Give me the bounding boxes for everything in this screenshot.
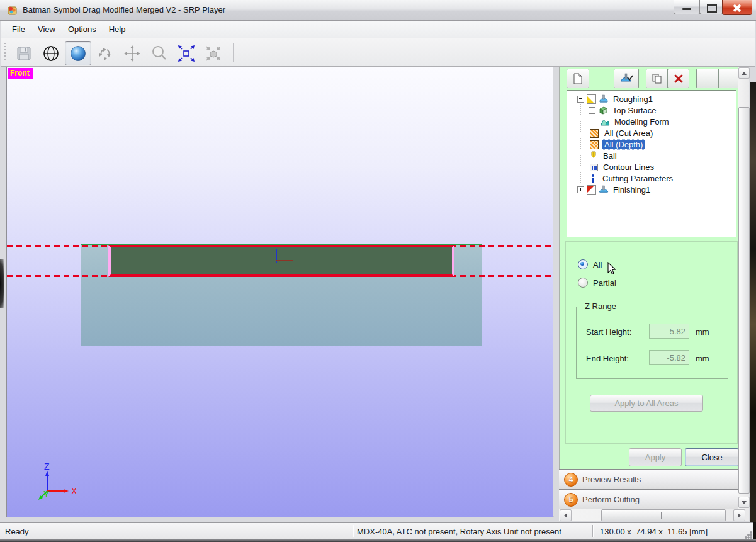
fit-to-screen-button[interactable] (173, 41, 200, 65)
tree-item-label[interactable]: Roughing1 (611, 94, 655, 104)
tree-item-cutting-parameters[interactable]: Cutting Parameters (589, 172, 675, 184)
tree-item-label-selected[interactable]: All (Depth) (602, 140, 645, 149)
scroll-left-button[interactable] (560, 509, 572, 521)
close-panel-button[interactable]: Close (685, 448, 739, 466)
tree-item-label[interactable]: Ball (601, 151, 619, 161)
menu-options[interactable]: Options (62, 22, 103, 37)
scroll-right-icon (738, 513, 741, 518)
tree-item-label[interactable]: All (Cut Area) (602, 128, 655, 138)
viewport-3d[interactable]: Front Z X Y (6, 67, 554, 517)
preview-results-label: Preview Results (582, 475, 641, 484)
axis-triad: Z X Y (33, 461, 84, 505)
radio-selected-icon[interactable] (578, 259, 588, 269)
app-window: Batman Symbol Drag Modified Merged V2 - … (0, 0, 756, 542)
tree-item-label[interactable]: Top Surface (611, 106, 658, 115)
scroll-up-button[interactable] (738, 67, 750, 79)
contour-lines-icon (590, 164, 598, 171)
delete-process-button[interactable] (667, 69, 689, 88)
view-orientation-label: Front (8, 68, 33, 79)
menu-help[interactable]: Help (103, 22, 132, 37)
tree-item-label[interactable]: Finishing1 (611, 185, 652, 195)
expand-icon[interactable] (577, 186, 584, 193)
tree-item-label[interactable]: Cutting Parameters (601, 174, 675, 183)
save-icon (16, 45, 32, 62)
milling-icon (599, 94, 609, 104)
status-ready: Ready (5, 527, 29, 536)
new-process-button[interactable] (567, 69, 589, 88)
menu-file[interactable]: File (6, 22, 31, 37)
tree-item-contour-lines[interactable]: Contour Lines (589, 161, 656, 172)
radio-all[interactable]: All (578, 259, 602, 269)
cut-depth-icon (590, 140, 599, 149)
rotate-view-icon (96, 44, 115, 63)
maximize-icon (707, 4, 717, 13)
zoom-button[interactable] (146, 41, 172, 65)
save-button[interactable] (11, 41, 37, 65)
tree-item-ball[interactable]: Ball (589, 150, 619, 161)
ball-tool-icon (589, 151, 599, 161)
milling-icon (599, 185, 609, 195)
shaded-view-button[interactable] (65, 41, 91, 65)
titlebar[interactable]: Batman Symbol Drag Modified Merged V2 - … (0, 0, 756, 21)
minimize-button[interactable] (674, 0, 701, 14)
apply-button[interactable]: Apply (629, 448, 682, 466)
app-icon (6, 4, 18, 16)
toolbar-grip[interactable] (4, 43, 6, 62)
start-height-input[interactable] (649, 324, 689, 339)
partial-check-icon[interactable] (587, 94, 596, 104)
preview-results-header[interactable]: 4 Preview Results (559, 469, 738, 489)
status-machine: MDX-40A, ATC not present, Rotary Axis Un… (357, 527, 561, 536)
close-icon (732, 3, 742, 13)
minimize-icon (682, 8, 691, 10)
move-up-button[interactable] (696, 69, 719, 88)
zoom-object-icon (204, 44, 223, 63)
tree-item-modeling-form[interactable]: Modeling Form (600, 116, 671, 127)
tree-guide-line (580, 99, 581, 193)
collapse-icon[interactable] (577, 96, 584, 103)
tree-item-label[interactable]: Contour Lines (601, 162, 656, 172)
edit-toolpath-button[interactable] (614, 69, 639, 88)
scroll-right-button[interactable] (733, 509, 745, 521)
scroll-thumb-grip (661, 512, 666, 519)
apply-to-all-areas-button[interactable]: Apply to All Areas (590, 395, 703, 412)
menu-bar: File View Options Help (1, 21, 755, 38)
pan-view-button[interactable] (119, 41, 145, 65)
copy-process-button[interactable] (646, 69, 668, 88)
rotate-view-button[interactable] (92, 41, 118, 65)
window-bottom-border (0, 539, 756, 542)
desktop-background-edge (0, 259, 4, 308)
end-height-input[interactable] (649, 350, 689, 365)
end-height-label: End Height: (586, 354, 629, 363)
scroll-down-button[interactable] (738, 497, 750, 508)
pan-view-icon (123, 44, 142, 63)
status-separator (592, 525, 593, 537)
tree-item-roughing1[interactable]: Roughing1 (577, 93, 655, 104)
perform-cutting-label: Perform Cutting (582, 495, 640, 504)
menu-view[interactable]: View (31, 22, 62, 37)
process-tree: Roughing1 Top Surface Modeling Form All … (567, 90, 736, 237)
collapse-icon[interactable] (589, 107, 595, 114)
partial-check-icon[interactable] (587, 185, 596, 195)
tree-item-all-depth[interactable]: All (Depth) (589, 138, 645, 150)
perform-cutting-header[interactable]: 5 Perform Cutting (559, 489, 738, 509)
zoom-object-button[interactable] (200, 41, 227, 65)
radio-all-label: All (593, 260, 602, 269)
panel-splitter[interactable] (553, 67, 559, 516)
radio-partial[interactable]: Partial (578, 278, 616, 288)
tree-item-finishing1[interactable]: Finishing1 (577, 184, 652, 195)
move-down-button[interactable] (718, 69, 740, 88)
wireframe-view-button[interactable] (38, 41, 64, 65)
maximize-button[interactable] (699, 0, 723, 14)
radio-partial-label: Partial (593, 278, 616, 288)
toolbar-separator (233, 43, 234, 62)
tree-item-all-cut-area[interactable]: All (Cut Area) (589, 127, 655, 138)
horizontal-scroll-thumb[interactable] (601, 509, 726, 521)
vertical-scroll-thumb[interactable] (738, 107, 750, 494)
close-window-button[interactable] (722, 0, 752, 15)
resize-grip[interactable] (744, 531, 752, 539)
tree-item-label[interactable]: Modeling Form (612, 117, 671, 127)
new-process-icon (573, 73, 583, 84)
tree-item-top-surface[interactable]: Top Surface (589, 104, 658, 116)
radio-unselected-icon[interactable] (578, 278, 588, 288)
toolpath-icon (619, 72, 633, 85)
